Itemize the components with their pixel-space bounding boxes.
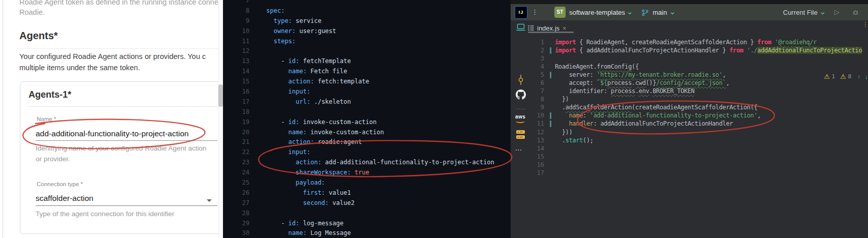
next-problem-arrow-icon[interactable]: ↓ (865, 73, 868, 80)
code-line: 21 action: roadie:agent (223, 137, 511, 147)
project-name[interactable]: software-templates (569, 9, 625, 16)
main-menu-kebab-icon[interactable]: ⋮ (531, 8, 538, 17)
intellij-logo-icon[interactable]: IJ (515, 6, 527, 19)
git-branch-name[interactable]: main (653, 9, 667, 16)
connection-select-underline (36, 205, 217, 206)
tab-label: index.js (537, 24, 559, 32)
card-left-border (3, 0, 3, 238)
code-line: 8spec: (223, 6, 511, 16)
agents-1-divider (29, 106, 223, 107)
code-line: 2import { addAddtionalFuncToProjectActio… (531, 46, 868, 54)
services-icon[interactable] (516, 130, 525, 139)
code-line: 27 second: value2 (223, 198, 511, 209)
connection-type-label: Connection type * (37, 181, 83, 187)
code-line: 28 (223, 209, 511, 219)
gutter-change-marker (550, 72, 551, 78)
code-line: 16 (531, 161, 868, 169)
code-line: 4RoadieAgent.fromConfig({ (531, 63, 868, 71)
code-line: 7 identifier: process.env.BROKER_TOKEN (531, 87, 868, 95)
github-icon[interactable] (516, 90, 526, 100)
token-helper-text-line1: Roadie Agent token as defined in the run… (19, 0, 223, 6)
code-line: 17 (531, 169, 868, 177)
agents-heading: Agents* (19, 30, 58, 42)
code-line: 1import { RoadieAgent, createRoadieAgent… (531, 38, 868, 46)
gutter-change-marker (550, 121, 551, 127)
name-helper-line2: or provider. (36, 154, 215, 164)
code-line: 15 action: fetch:template (223, 77, 511, 87)
laptop-icon[interactable] (516, 23, 526, 32)
activity-bar-divider (516, 109, 526, 109)
token-helper-text-line2: Roadie. (19, 8, 45, 16)
connection-helper: Type of the agent connection for this id… (36, 209, 215, 219)
gutter-change-marker (550, 47, 551, 54)
code-line: 16 input: (223, 87, 511, 97)
ide-window: IJ ⋮ ST software-templates main Current … (511, 0, 868, 238)
code-line: 5 server: 'https://my-tenant.broker.road… (531, 71, 868, 79)
run-configuration-selector[interactable]: Current File (783, 9, 818, 16)
js-code-block: 1import { RoadieAgent, createRoadieAgent… (531, 38, 868, 177)
warning-count-2[interactable]: 8 (848, 73, 851, 79)
code-line: 10 owner: user:guest (223, 26, 511, 37)
agents-1-heading: Agents-1* (29, 90, 71, 100)
git-branch-icon (641, 9, 649, 16)
form-scrollbar-thumb[interactable] (218, 84, 223, 107)
code-line: 13 .start(); (531, 136, 868, 144)
code-line: 13 - id: fetchTemplate (223, 56, 511, 67)
previous-problem-arrow-icon[interactable]: ↑ (857, 73, 861, 80)
name-helper-line1: Identifying name of your configured Road… (36, 143, 215, 154)
yaml-code-panel: 78spec:9 type: service10 owner: user:gue… (223, 0, 511, 238)
code-line: 6 accept: `${process.cwd()}/config/accep… (531, 79, 868, 87)
commit-node-icon[interactable] (517, 74, 524, 85)
debug-button[interactable] (852, 9, 859, 16)
code-editor: 1import { RoadieAgent, createRoadieAgent… (531, 35, 868, 238)
warning-icon: ⚠ (840, 73, 846, 80)
code-line: 11 steps: (223, 37, 511, 47)
more-tools-icon[interactable]: ... (515, 144, 522, 152)
code-line: 29 - id: log-message (223, 219, 511, 229)
yaml-code-block: 78spec:9 type: service10 owner: user:gue… (223, 0, 511, 238)
code-line: 24 shareWorkspace: true (223, 168, 511, 178)
tab-options-kebab-icon[interactable]: ⋮ (862, 23, 868, 26)
name-field-label: Name * (37, 116, 56, 122)
code-line: 3 (531, 54, 868, 63)
dropdown-arrow-icon[interactable] (207, 199, 212, 202)
file-structure-icon (528, 25, 534, 31)
chevron-down-icon[interactable] (820, 11, 825, 16)
code-line: 30 name: Log Message (223, 228, 511, 238)
agent-config-form-panel: Roadie Agent token as defined in the run… (0, 0, 223, 238)
code-line: 20 name: invoke-custom-action (223, 128, 511, 138)
code-line: 18 (223, 107, 511, 117)
connection-type-select[interactable]: scaffolder-action (36, 194, 93, 203)
aws-icon[interactable]: aws (515, 114, 525, 123)
form-scrollbar-track[interactable] (218, 0, 223, 238)
warning-count-1[interactable]: 1 (832, 73, 835, 79)
agents-description-line2: multiple items under the same token. (19, 64, 140, 72)
code-line: 12 (223, 46, 511, 56)
code-line: 11 handler: addAddtionalFuncToProjectAct… (531, 120, 868, 128)
gutter-change-marker (550, 112, 551, 119)
active-tab-indicator (528, 32, 574, 33)
code-line: 14 (531, 144, 868, 153)
chevron-down-icon[interactable] (627, 11, 632, 16)
warning-icon: ⚠ (824, 73, 830, 80)
agents-heading-divider (19, 48, 223, 49)
agents-description-line1: Your configured Roadie Agent actions or … (19, 52, 206, 61)
code-line: 14 name: Fetch file (223, 67, 511, 77)
code-line: 19 - id: invoke-custom-action (223, 117, 511, 128)
ide-top-strip (511, 0, 868, 4)
tab-close-icon[interactable]: × (563, 24, 567, 32)
name-input[interactable]: add-additional-functionality-to-project-… (36, 129, 189, 138)
inspection-widget: ⚠ 1 ⚠ 8 ↑ ↓ (820, 71, 868, 81)
ide-titlebar: IJ ⋮ ST software-templates main Current … (511, 4, 868, 20)
activity-bar: aws ... (511, 35, 531, 238)
chevron-down-icon[interactable] (670, 11, 675, 16)
code-line: 22 input: (223, 147, 511, 158)
code-line: 10 name: 'add-additional-functionality-t… (531, 111, 868, 120)
code-line: 9 type: service (223, 16, 511, 26)
run-button[interactable]: ▷ (834, 8, 839, 16)
code-line: 7 (223, 0, 511, 6)
code-line: 12 })) (531, 128, 868, 136)
code-line: 15 (531, 153, 868, 161)
code-line: 8 }) (531, 95, 868, 103)
project-avatar[interactable]: ST (554, 7, 566, 18)
